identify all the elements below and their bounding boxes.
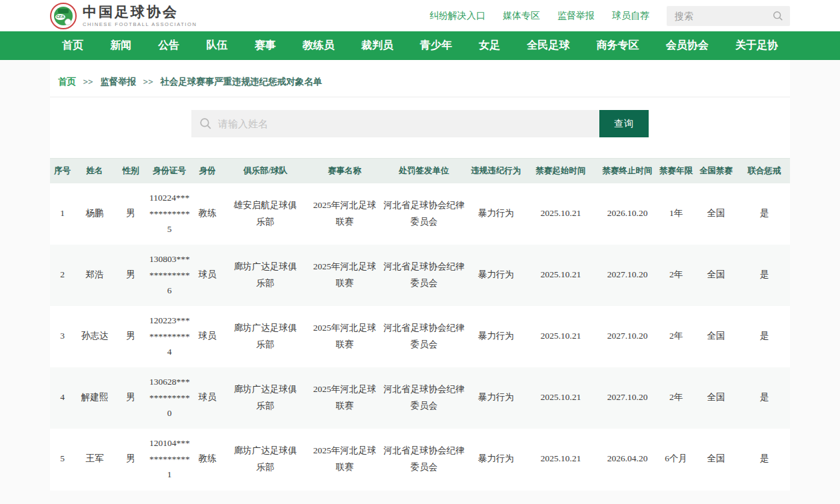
- nav-news[interactable]: 新闻: [110, 39, 131, 53]
- breadcrumb-separator: >>: [83, 77, 93, 87]
- cell-name: 杨鹏: [75, 183, 115, 245]
- nav-youth[interactable]: 青少年: [420, 39, 452, 53]
- nav-teams[interactable]: 队伍: [206, 39, 227, 53]
- cell-no: 1: [50, 183, 75, 245]
- cell-national-ban: 全国: [693, 306, 739, 367]
- table-row: 2 郑浩 男 130803************6 球员 廊坊广达足球俱乐部 …: [50, 245, 790, 306]
- cell-ban-length: 2年: [659, 367, 693, 429]
- cell-ban-start: 2025.10.21: [525, 367, 596, 429]
- cell-ban-start: 2025.10.21: [525, 306, 596, 367]
- cell-ban-length: 1年: [659, 183, 693, 245]
- cell-joint-sanction: 是: [739, 183, 790, 245]
- nav-home[interactable]: 首页: [62, 39, 83, 53]
- cell-ban-start: 2025.10.21: [525, 429, 596, 490]
- football-icon: [65, 19, 71, 25]
- table-row: 3 孙志达 男 120223************4 球员 廊坊广达足球俱乐部…: [50, 306, 790, 367]
- search-icon: [199, 117, 213, 131]
- nav-referees[interactable]: 裁判员: [361, 39, 393, 53]
- nav-about[interactable]: 关于足协: [735, 39, 778, 53]
- nav-grassroots[interactable]: 全民足球: [527, 39, 569, 53]
- cell-ban-end: 2026.10.20: [596, 183, 659, 245]
- table-row: 4 解建熙 男 130628************0 球员 廊坊广达足球俱乐部…: [50, 367, 790, 429]
- table-row: 1 杨鹏 男 110224************5 教练 雄安启航足球俱乐部 …: [50, 183, 790, 245]
- search-icon[interactable]: [772, 10, 784, 22]
- cell-ban-length: 6个月: [659, 429, 693, 490]
- query-button[interactable]: 查询: [599, 110, 649, 137]
- cell-name: 孙志达: [75, 306, 115, 367]
- cell-national-ban: 全国: [693, 367, 739, 429]
- breadcrumb: 首页 >> 监督举报 >> 社会足球赛事严重违规违纪惩戒对象名单: [50, 60, 790, 97]
- nav-announcements[interactable]: 公告: [158, 39, 179, 53]
- name-search-bar: 查询: [191, 110, 649, 137]
- cell-violation: 暴力行为: [467, 429, 525, 490]
- cell-national-ban: 全国: [693, 245, 739, 306]
- col-header-event: 赛事名称: [308, 159, 381, 183]
- col-header-ban-end: 禁赛终止时间: [596, 159, 659, 183]
- breadcrumb-supervision[interactable]: 监督举报: [100, 77, 136, 87]
- table-row: 5 王军 男 120104************1 教练 廊坊广达足球俱乐部 …: [50, 429, 790, 490]
- top-link-supervision[interactable]: 监督举报: [557, 10, 595, 22]
- cell-violation: 暴力行为: [467, 245, 525, 306]
- cell-ban-length: 2年: [659, 306, 693, 367]
- cell-id: 120104************1: [147, 429, 192, 490]
- cell-ban-end: 2026.04.20: [596, 429, 659, 490]
- col-header-gender: 性别: [115, 159, 147, 183]
- col-header-violation: 违规违纪行为: [467, 159, 525, 183]
- col-header-club: 俱乐部/球队: [223, 159, 308, 183]
- cell-event: 2025年河北足球联赛: [308, 429, 381, 490]
- cell-gender: 男: [115, 306, 147, 367]
- col-header-id: 身份证号: [147, 159, 192, 183]
- cell-violation: 暴力行为: [467, 367, 525, 429]
- breadcrumb-page-title: 社会足球赛事严重违规违纪惩戒对象名单: [160, 77, 322, 87]
- breadcrumb-home[interactable]: 首页: [58, 77, 76, 87]
- cell-role: 教练: [192, 429, 223, 490]
- sanctions-table: 序号 姓名 性别 身份证号 身份 俱乐部/球队 赛事名称 处罚签发单位 违规违纪…: [50, 158, 790, 490]
- nav-coaches[interactable]: 教练员: [303, 39, 335, 53]
- top-link-media[interactable]: 媒体专区: [503, 10, 540, 22]
- nav-business[interactable]: 商务专区: [597, 39, 639, 53]
- cell-violation: 暴力行为: [467, 183, 525, 245]
- cell-club: 廊坊广达足球俱乐部: [223, 245, 308, 306]
- cell-gender: 男: [115, 429, 147, 490]
- cell-joint-sanction: 是: [739, 245, 790, 306]
- cell-no: 2: [50, 245, 75, 306]
- cell-issuer: 河北省足球协会纪律委员会: [381, 367, 467, 429]
- cell-joint-sanction: 是: [739, 367, 790, 429]
- cell-joint-sanction: 是: [739, 429, 790, 490]
- cell-id: 130628************0: [147, 367, 192, 429]
- cell-gender: 男: [115, 183, 147, 245]
- cell-id: 130803************6: [147, 245, 192, 306]
- cell-no: 4: [50, 367, 75, 429]
- cfa-badge-text: CFA: [55, 14, 65, 20]
- cell-club: 廊坊广达足球俱乐部: [223, 306, 308, 367]
- col-header-issuer: 处罚签发单位: [381, 159, 467, 183]
- top-link-self-recommend[interactable]: 球员自荐: [612, 10, 649, 22]
- col-header-joint-sanction: 联合惩戒: [739, 159, 790, 183]
- col-header-name: 姓名: [75, 159, 115, 183]
- cell-ban-start: 2025.10.21: [525, 183, 596, 245]
- cell-club: 雄安启航足球俱乐部: [223, 183, 308, 245]
- cell-event: 2025年河北足球联赛: [308, 183, 381, 245]
- page-content: 首页 >> 监督举报 >> 社会足球赛事严重违规违纪惩戒对象名单 查询 序号 姓…: [50, 60, 790, 491]
- cell-violation: 暴力行为: [467, 306, 525, 367]
- col-header-national-ban: 全国禁赛: [693, 159, 739, 183]
- cell-national-ban: 全国: [693, 183, 739, 245]
- nav-womens-football[interactable]: 女足: [479, 39, 500, 53]
- cell-gender: 男: [115, 367, 147, 429]
- cell-id: 110224************5: [147, 183, 192, 245]
- top-link-dispute[interactable]: 纠纷解决入口: [429, 10, 485, 22]
- cell-no: 5: [50, 429, 75, 490]
- site-subtitle: CHINESE FOOTBALL ASSOCIATION: [83, 21, 197, 27]
- cell-event: 2025年河北足球联赛: [308, 306, 381, 367]
- nav-competitions[interactable]: 赛事: [255, 39, 276, 53]
- cell-joint-sanction: 是: [739, 306, 790, 367]
- nav-member-associations[interactable]: 会员协会: [666, 39, 709, 53]
- col-header-role: 身份: [192, 159, 223, 183]
- cell-ban-end: 2027.10.20: [596, 306, 659, 367]
- name-search-input[interactable]: [191, 110, 599, 137]
- cell-club: 廊坊广达足球俱乐部: [223, 367, 308, 429]
- cell-gender: 男: [115, 245, 147, 306]
- cell-role: 球员: [192, 306, 223, 367]
- cell-event: 2025年河北足球联赛: [308, 245, 381, 306]
- cfa-logo[interactable]: CFA 中国足球协会 CHINESE FOOTBALL ASSOCIATION: [50, 3, 197, 29]
